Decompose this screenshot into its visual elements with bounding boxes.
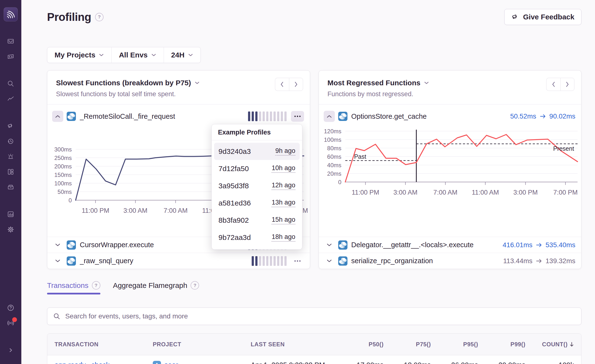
slowest-functions-title[interactable]: Slowest Functions (breakdown by P75) <box>56 79 191 87</box>
next-page-button[interactable] <box>289 78 303 91</box>
expand-row-button[interactable] <box>324 239 335 251</box>
most-regressed-title[interactable]: Most Regressed Functions <box>328 79 420 87</box>
column-p95[interactable]: P95() <box>431 341 478 348</box>
sidebar-item-search[interactable] <box>5 78 16 89</box>
sidebar-item-issues[interactable] <box>5 36 16 47</box>
example-profiles-popover: Example Profiles 9d3240a3 9h ago 7d12fa5… <box>211 124 302 250</box>
column-p99[interactable]: P99() <box>478 341 525 348</box>
profile-id[interactable]: 9b72aa3d <box>218 233 251 242</box>
column-transaction[interactable]: TRANSACTION <box>55 341 153 348</box>
function-name[interactable]: OptionsStore.get_cache <box>351 112 427 120</box>
regression-values: 50.52ms 90.02ms <box>510 112 575 120</box>
profile-item[interactable]: 9d3240a3 9h ago <box>214 143 300 160</box>
column-count[interactable]: COUNT() <box>525 341 574 348</box>
profile-item[interactable]: 9b72aa3d 18h ago <box>214 229 300 246</box>
tab-aggregate-flamegraph[interactable]: Aggregate Flamegraph ? <box>113 281 199 294</box>
more-options-button[interactable] <box>291 256 304 266</box>
whats-new-button[interactable] <box>5 318 16 328</box>
python-icon <box>338 112 347 121</box>
profile-id[interactable]: 7d12fa50 <box>218 165 249 173</box>
column-last-seen[interactable]: LAST SEEN <box>251 341 338 348</box>
issues-icon <box>7 38 14 45</box>
svg-text:100ms: 100ms <box>54 180 72 187</box>
chevron-down-icon[interactable] <box>424 81 429 85</box>
sidebar-item-dashboards[interactable] <box>5 166 16 177</box>
chevron-down-icon[interactable] <box>194 81 200 85</box>
search-input[interactable] <box>65 312 575 320</box>
explore-icon <box>7 53 14 60</box>
help-icon[interactable]: ? <box>92 281 100 290</box>
dashboards-icon <box>7 168 14 175</box>
sidebar-item-explore[interactable] <box>5 51 16 62</box>
column-p75[interactable]: P75() <box>384 341 431 348</box>
profile-item[interactable]: 7d12fa50 10h ago <box>214 160 300 177</box>
date-range-filter[interactable]: 24H <box>164 47 201 63</box>
project-cell[interactable]: seer <box>153 361 251 364</box>
prev-page-button[interactable] <box>275 78 289 91</box>
ellipsis-icon <box>294 260 301 262</box>
profile-time[interactable]: 13h ago <box>272 199 295 207</box>
profile-time[interactable]: 15h ago <box>272 216 295 224</box>
tab-transactions[interactable]: Transactions ? <box>47 281 100 294</box>
gear-icon <box>7 226 14 233</box>
popover-list: 9d3240a3 9h ago 7d12fa50 10h ago 3a95d3f… <box>212 140 302 249</box>
svg-text:20ms: 20ms <box>327 170 341 177</box>
sentry-logo[interactable] <box>4 7 18 21</box>
column-project[interactable]: PROJECT <box>153 341 251 348</box>
svg-text:40ms: 40ms <box>327 162 341 168</box>
sidebar-item-replays[interactable] <box>5 136 16 147</box>
filter-bar: My Projects All Envs 24H <box>47 47 201 63</box>
profile-item[interactable]: a581ed36 13h ago <box>214 194 300 212</box>
trend-line-icon <box>7 95 14 103</box>
sidebar-item-stats[interactable] <box>5 209 16 220</box>
sidebar-item-feedback[interactable] <box>5 121 16 131</box>
archive-box-icon <box>7 183 14 191</box>
collapse-row-button[interactable] <box>52 111 63 122</box>
help-button[interactable] <box>5 302 16 313</box>
function-name[interactable]: _raw_snql_query <box>80 257 133 265</box>
sidebar-item-alerts[interactable] <box>5 151 16 162</box>
profile-time[interactable]: 12h ago <box>272 182 295 190</box>
python-icon <box>338 256 347 266</box>
help-icon[interactable]: ? <box>191 281 199 290</box>
profile-time[interactable]: 9h ago <box>275 147 295 156</box>
regression-values: 416.01ms 535.40ms <box>503 241 575 249</box>
profile-item[interactable]: 8b3fa902 15h ago <box>214 212 300 229</box>
sidebar-item-settings[interactable] <box>5 224 16 235</box>
collapse-row-button[interactable] <box>324 111 335 122</box>
function-name[interactable]: serialize_rpc_organization <box>351 257 433 265</box>
sidebar-item-releases[interactable] <box>5 182 16 192</box>
expand-row-button[interactable] <box>52 239 63 251</box>
profile-item[interactable]: 3a95d3f8 12h ago <box>214 177 300 194</box>
chevron-right-icon <box>7 347 14 354</box>
column-p50[interactable]: P50() <box>338 341 384 348</box>
expand-row-button[interactable] <box>324 255 335 267</box>
megaphone-icon <box>7 122 14 130</box>
profile-time[interactable]: 18h ago <box>272 233 295 242</box>
svg-text:150ms: 150ms <box>54 172 72 178</box>
profile-time[interactable]: 10h ago <box>272 164 295 173</box>
tab-bar: Transactions ? Aggregate Flamegraph ? <box>47 281 581 294</box>
environment-filter[interactable]: All Envs <box>112 47 164 63</box>
next-page-button[interactable] <box>560 78 574 91</box>
more-options-button[interactable] <box>291 111 304 122</box>
expand-row-button[interactable] <box>52 255 63 267</box>
profile-id[interactable]: 8b3fa902 <box>218 216 249 224</box>
transaction-link[interactable]: app.ready._check <box>55 361 153 364</box>
profile-id[interactable]: a581ed36 <box>218 199 251 207</box>
chevron-down-icon <box>188 53 193 57</box>
siren-icon <box>7 153 14 160</box>
sidebar-item-trends[interactable] <box>5 94 16 104</box>
function-name[interactable]: CursorWrapper.execute <box>80 241 154 249</box>
project-filter[interactable]: My Projects <box>47 47 112 63</box>
svg-text:100ms: 100ms <box>324 136 341 143</box>
sidebar-expand-button[interactable] <box>5 345 16 356</box>
profile-id[interactable]: 9d3240a3 <box>218 147 251 156</box>
function-name[interactable]: _RemoteSiloCall._fire_request <box>80 112 175 120</box>
prev-page-button[interactable] <box>546 78 560 91</box>
profile-id[interactable]: 3a95d3f8 <box>218 182 249 190</box>
function-name[interactable]: Delegator.__getattr__.<locals>.execute <box>351 241 474 249</box>
page-help-icon[interactable]: ? <box>95 13 104 21</box>
give-feedback-button[interactable]: Give Feedback <box>504 9 581 25</box>
chevron-right-icon <box>565 81 570 87</box>
